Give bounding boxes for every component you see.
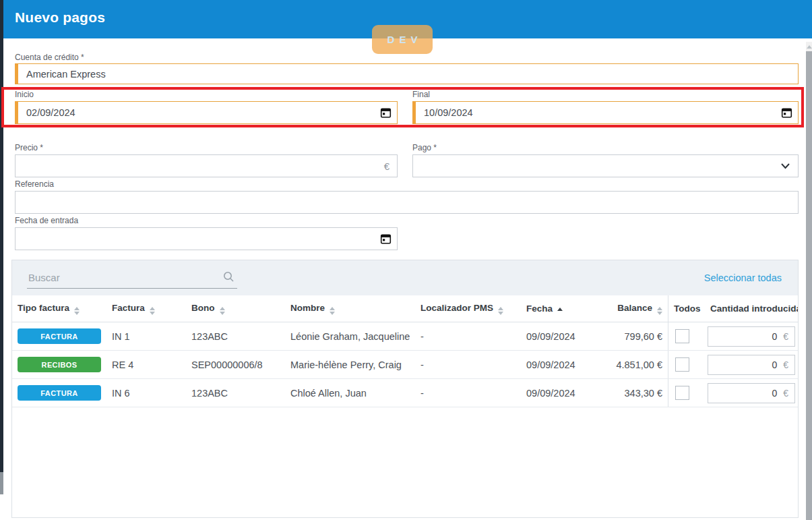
referencia-field-wrap bbox=[15, 191, 799, 214]
page-title: Nuevo pagos bbox=[15, 9, 105, 26]
balance-cell: 799,60 € bbox=[580, 331, 668, 342]
col-header-localizador-pms[interactable]: Localizador PMS bbox=[415, 303, 521, 315]
bono-cell: 123ABC bbox=[186, 331, 285, 342]
sort-icon[interactable] bbox=[220, 307, 225, 315]
precio-input[interactable] bbox=[15, 154, 398, 177]
cuenta-credito-label: Cuenta de crédito * bbox=[15, 53, 84, 62]
cantidad-input[interactable]: 0€ bbox=[708, 383, 795, 403]
pago-field-wrap bbox=[412, 154, 799, 177]
vertical-scrollbar[interactable] bbox=[806, 42, 812, 520]
sort-icon[interactable] bbox=[498, 307, 503, 315]
cuenta-credito-field-wrap bbox=[15, 63, 799, 84]
referencia-label: Referencia bbox=[15, 179, 54, 189]
table-toolbar: Seleccionar todas bbox=[12, 260, 798, 295]
balance-cell: 343,30 € bbox=[580, 388, 668, 399]
background-left-sliver bbox=[0, 0, 3, 472]
search-icon bbox=[222, 270, 235, 283]
cuenta-credito-input[interactable] bbox=[15, 63, 799, 84]
nombre-cell: Marie-hélène Perry, Craig bbox=[285, 359, 415, 370]
nuevo-pagos-dialog: Nuevo pagos DEV Cuenta de crédito * Inic… bbox=[0, 0, 812, 520]
euro-suffix: € bbox=[783, 388, 788, 399]
table-row[interactable]: RECIBOS RE 4 SEP00000006/8 Marie-hélène … bbox=[12, 351, 798, 379]
invoices-panel: Seleccionar todas Tipo factura Factura B… bbox=[11, 260, 799, 518]
scrollbar-up-arrow-icon[interactable] bbox=[807, 45, 812, 49]
cantidad-input[interactable]: 0€ bbox=[708, 355, 795, 375]
col-header-fecha[interactable]: Fecha bbox=[521, 304, 580, 314]
dev-badge-label: DEV bbox=[383, 34, 423, 45]
fecha-entrada-field-wrap bbox=[15, 227, 398, 250]
col-header-factura[interactable]: Factura bbox=[106, 303, 186, 315]
col-header-bono[interactable]: Bono bbox=[186, 303, 285, 315]
sort-asc-icon[interactable] bbox=[557, 308, 563, 311]
precio-label: Precio * bbox=[15, 143, 43, 152]
localizador-cell: - bbox=[415, 331, 521, 342]
localizador-cell: - bbox=[415, 388, 521, 399]
cantidad-input[interactable]: 0€ bbox=[708, 326, 795, 347]
inicio-field-wrap bbox=[15, 101, 398, 124]
final-field-wrap bbox=[412, 101, 799, 124]
fecha-entrada-input[interactable] bbox=[15, 227, 398, 250]
fecha-cell: 09/09/2024 bbox=[521, 388, 580, 399]
bono-cell: 123ABC bbox=[186, 388, 285, 399]
pago-label: Pago * bbox=[412, 143, 437, 152]
col-header-cantidad-introducida: Cantidad introducida bbox=[705, 304, 798, 314]
sort-icon[interactable] bbox=[150, 307, 155, 315]
euro-suffix: € bbox=[783, 331, 788, 342]
dev-environment-badge: DEV bbox=[372, 25, 433, 54]
inicio-label: Inicio bbox=[15, 90, 34, 99]
row-checkbox[interactable] bbox=[675, 357, 689, 372]
table-header-row: Tipo factura Factura Bono Nombre Localiz… bbox=[12, 295, 798, 322]
table-row[interactable]: FACTURA IN 6 123ABC Chloé Allen, Juan - … bbox=[12, 379, 798, 407]
sort-icon[interactable] bbox=[74, 307, 80, 315]
factura-cell: IN 1 bbox=[106, 331, 186, 342]
fecha-cell: 09/09/2024 bbox=[521, 359, 580, 370]
table-row[interactable]: FACTURA IN 1 123ABC Léonie Graham, Jacqu… bbox=[12, 322, 798, 351]
status-badge: RECIBOS bbox=[18, 357, 101, 372]
background-left-sliver-gray bbox=[0, 472, 3, 494]
final-label: Final bbox=[412, 90, 430, 99]
final-date-input[interactable] bbox=[412, 101, 799, 124]
search-input[interactable] bbox=[27, 268, 237, 289]
search-field-wrap bbox=[27, 268, 237, 289]
row-checkbox[interactable] bbox=[675, 386, 689, 400]
col-header-tipo-factura[interactable]: Tipo factura bbox=[12, 303, 106, 315]
sort-icon[interactable] bbox=[330, 307, 335, 315]
nombre-cell: Chloé Allen, Juan bbox=[285, 388, 415, 399]
col-header-nombre[interactable]: Nombre bbox=[285, 303, 415, 315]
bono-cell: SEP00000006/8 bbox=[186, 359, 285, 370]
col-header-balance[interactable]: Balance bbox=[580, 303, 668, 315]
factura-cell: IN 6 bbox=[106, 388, 186, 399]
referencia-input[interactable] bbox=[15, 191, 799, 214]
scrollbar-thumb[interactable] bbox=[806, 51, 812, 520]
euro-suffix: € bbox=[783, 359, 788, 370]
factura-cell: RE 4 bbox=[106, 359, 186, 370]
balance-cell: 4.851,00 € bbox=[580, 359, 668, 370]
col-header-todos: Todos bbox=[668, 295, 705, 322]
sort-icon[interactable] bbox=[657, 307, 662, 315]
status-badge: FACTURA bbox=[18, 328, 101, 344]
precio-field-wrap: € bbox=[15, 154, 398, 177]
row-checkbox[interactable] bbox=[675, 329, 689, 343]
fecha-entrada-label: Fecha de entrada bbox=[15, 216, 78, 225]
nombre-cell: Léonie Graham, Jacqueline bbox=[285, 331, 415, 342]
pago-select[interactable] bbox=[412, 154, 799, 177]
fecha-cell: 09/09/2024 bbox=[521, 331, 580, 342]
status-badge: FACTURA bbox=[18, 385, 101, 401]
localizador-cell: - bbox=[415, 359, 521, 370]
select-all-link[interactable]: Seleccionar todas bbox=[704, 272, 782, 283]
inicio-date-input[interactable] bbox=[15, 101, 398, 124]
